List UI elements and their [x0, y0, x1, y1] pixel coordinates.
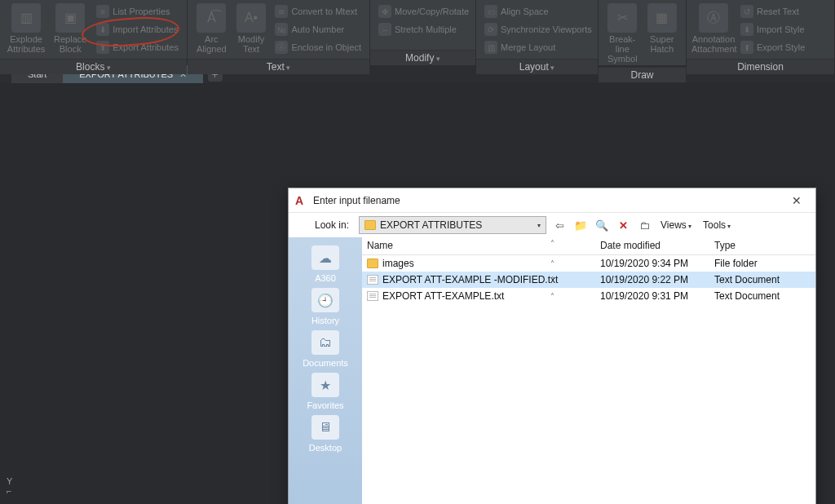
ribbon-panel-modify: ✥Move/Copy/Rotate ↔Stretch Multiple Modi… [370, 0, 476, 65]
panel-label-text[interactable]: Text [188, 59, 369, 74]
places-bar: ☁A360 🕘History 🗂Documents ★Favorites 🖥De… [289, 237, 362, 504]
search-web-icon[interactable]: 🔍 [594, 217, 610, 233]
place-desktop[interactable]: 🖥Desktop [309, 415, 342, 453]
ucs-icon: Y⌐ [7, 476, 12, 496]
lookin-toolbar: Look in: EXPORT ATTRIBUTES ⇦ 📁 🔍 ✕ 🗀 Vie… [289, 213, 815, 237]
list-properties-button[interactable]: ≡List Properties [93, 3, 182, 20]
panel-label-dimension: Dimension [687, 59, 834, 74]
delete-icon[interactable]: ✕ [615, 217, 631, 233]
place-documents[interactable]: 🗂Documents [303, 330, 348, 368]
explode-attributes-button[interactable]: ▥Explode Attributes [5, 3, 47, 54]
column-headers[interactable]: Name Date modified Type [362, 237, 815, 255]
import-style-button[interactable]: ⬇Import Style [737, 21, 808, 38]
file-icon [367, 291, 378, 301]
file-list-pane: Name Date modified Type images10/19/2020… [362, 237, 815, 504]
stretch-multiple-button[interactable]: ↔Stretch Multiple [375, 21, 472, 38]
arc-aligned-button[interactable]: A͡Arc Aligned [192, 3, 231, 54]
ribbon-panel-draw: ✂Break-line Symbol ▦Super Hatch Draw [599, 0, 687, 65]
folder-icon [367, 259, 378, 268]
merge-layout-button[interactable]: ▥Merge Layout [481, 39, 595, 55]
annotation-attachment-button[interactable]: ⒶAnnotation Attachment [691, 3, 736, 54]
panel-label-blocks[interactable]: Blocks [0, 59, 187, 74]
panel-label-draw: Draw [599, 67, 686, 82]
file-rows: images10/19/2020 9:34 PMFile folderEXPOR… [362, 255, 815, 504]
place-favorites[interactable]: ★Favorites [307, 373, 343, 410]
ribbon: ▥Explode Attributes ▣Replace Block ≡List… [0, 0, 835, 65]
replace-block-button[interactable]: ▣Replace Block [49, 3, 91, 54]
dialog-titlebar[interactable]: A Enter input filename ✕ [289, 188, 815, 213]
reset-text-button[interactable]: ↺Reset Text [737, 3, 808, 20]
file-row[interactable]: EXPORT ATT-EXAMPLE -MODIFIED.txt10/19/20… [362, 272, 815, 288]
col-name[interactable]: Name [362, 237, 595, 254]
export-style-button[interactable]: ⬆Export Style [737, 39, 808, 55]
export-attributes-button[interactable]: ⬆Export Attributes [93, 39, 182, 55]
views-menu[interactable]: Views [657, 219, 695, 231]
lookin-combo[interactable]: EXPORT ATTRIBUTES [359, 216, 546, 234]
file-dialog: A Enter input filename ✕ Look in: EXPORT… [288, 188, 816, 504]
back-icon[interactable]: ⇦ [551, 217, 568, 233]
ribbon-panel-dimension: ⒶAnnotation Attachment ↺Reset Text ⬇Impo… [687, 0, 835, 65]
enclose-object-button[interactable]: ⒶEnclose in Object [272, 39, 364, 55]
folder-icon [364, 220, 376, 230]
import-attributes-button[interactable]: ⬇Import Attributes [93, 21, 182, 38]
up-folder-icon[interactable]: 📁 [572, 217, 589, 233]
close-icon[interactable]: ✕ [784, 194, 809, 207]
modify-text-button[interactable]: A•Modify Text [232, 3, 271, 54]
col-date[interactable]: Date modified [595, 237, 709, 254]
file-row[interactable]: images10/19/2020 9:34 PMFile folder [362, 255, 815, 272]
auto-number-button[interactable]: №Auto Number [272, 21, 364, 38]
tools-menu[interactable]: Tools [700, 219, 734, 231]
place-a360[interactable]: ☁A360 [311, 245, 339, 283]
file-row[interactable]: EXPORT ATT-EXAMPLE.txt10/19/2020 9:31 PM… [362, 288, 815, 304]
align-space-button[interactable]: ▭Align Space [481, 3, 595, 20]
ribbon-panel-text: A͡Arc Aligned A•Modify Text ≋Convert to … [188, 0, 370, 65]
ribbon-panel-layout: ▭Align Space ⟳Synchronize Viewports ▥Mer… [476, 0, 599, 65]
breakline-button[interactable]: ✂Break-line Symbol [603, 3, 642, 64]
drawing-area[interactable]: Y⌐ A Enter input filename ✕ Look in: EXP… [0, 83, 835, 504]
app-logo-icon: A [295, 194, 308, 207]
ribbon-panel-blocks: ▥Explode Attributes ▣Replace Block ≡List… [0, 0, 188, 65]
col-type[interactable]: Type [709, 237, 815, 254]
lookin-label: Look in: [295, 219, 354, 231]
convert-mtext-button[interactable]: ≋Convert to Mtext [272, 3, 364, 20]
dialog-title: Enter input filename [313, 195, 784, 206]
panel-label-modify[interactable]: Modify [370, 50, 475, 65]
panel-label-layout[interactable]: Layout [476, 59, 598, 74]
place-history[interactable]: 🕘History [311, 288, 339, 325]
sync-viewports-button[interactable]: ⟳Synchronize Viewports [481, 21, 595, 38]
file-icon [367, 275, 378, 285]
super-hatch-button[interactable]: ▦Super Hatch [643, 3, 682, 54]
move-copy-rotate-button[interactable]: ✥Move/Copy/Rotate [375, 3, 472, 20]
new-folder-icon[interactable]: 🗀 [636, 217, 652, 233]
